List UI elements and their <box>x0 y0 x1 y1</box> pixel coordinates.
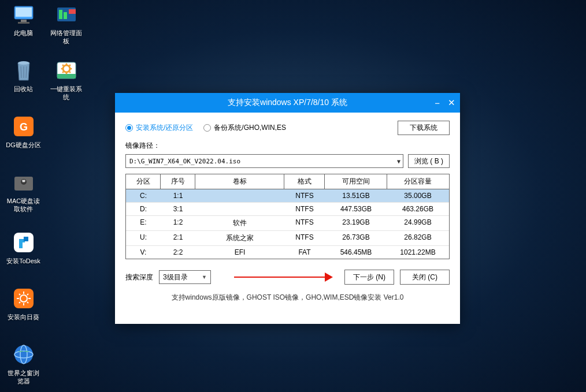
radio-backup[interactable]: 备份系统/GHO,WIN,ES <box>203 123 286 133</box>
desktop-icon-this-pc[interactable]: 此电脑 <box>5 2 42 37</box>
trash-icon <box>12 58 36 83</box>
svg-point-34 <box>65 64 67 65</box>
svg-point-38 <box>62 65 64 66</box>
sunflower-icon <box>12 286 36 311</box>
desktop-icon-network-panel[interactable]: 网络管理面板 <box>47 2 85 45</box>
svg-point-36 <box>61 68 62 70</box>
desktop-icon-recycle-bin[interactable]: 回收站 <box>5 58 42 93</box>
installer-window: 支持安装windows XP/7/8/10 系统 − ✕ 安装系统/还原分区 备… <box>115 93 460 324</box>
svg-rect-32 <box>57 74 76 79</box>
svg-rect-29 <box>64 12 67 19</box>
monitor-icon <box>12 2 36 27</box>
svg-line-21 <box>27 302 28 303</box>
svg-point-37 <box>70 68 72 70</box>
close-icon[interactable]: ✕ <box>448 98 455 108</box>
globe-icon <box>12 342 36 367</box>
browse-button[interactable]: 浏览 ( B ) <box>408 154 450 168</box>
svg-line-22 <box>19 302 20 303</box>
dg-icon: G <box>12 114 36 139</box>
svg-line-23 <box>27 294 28 295</box>
gear-box-icon <box>54 58 79 83</box>
desktop-icon-todesk[interactable]: 安装ToDesk <box>5 230 42 265</box>
titlebar[interactable]: 支持安装windows XP/7/8/10 系统 − ✕ <box>115 93 460 113</box>
svg-rect-13 <box>24 237 28 241</box>
search-depth-label: 搜索深度 <box>125 272 153 282</box>
svg-rect-30 <box>69 9 76 14</box>
svg-rect-1 <box>16 8 32 17</box>
svg-text:G: G <box>19 121 27 133</box>
svg-point-24 <box>14 345 33 364</box>
network-panel-icon <box>54 2 79 27</box>
next-button[interactable]: 下一步 (N) <box>344 270 394 285</box>
radio-install-restore[interactable]: 安装系统/还原分区 <box>125 123 193 133</box>
desktop-icon-world-browser[interactable]: 世界之窗浏览器 <box>5 342 42 385</box>
chevron-down-icon: ▼ <box>202 274 207 280</box>
table-header: 分区 序号 卷标 格式 可用空间 分区容量 <box>126 174 449 189</box>
desktop-icon-reinstall[interactable]: 一键重装系统 <box>47 58 85 101</box>
svg-rect-28 <box>59 10 62 19</box>
svg-point-39 <box>69 65 71 66</box>
table-row[interactable]: C:1:1NTFS13.51GB35.00GB <box>126 189 449 203</box>
table-row[interactable]: D:3:1NTFS447.53GB463.26GB <box>126 203 449 216</box>
window-title: 支持安装windows XP/7/8/10 系统 <box>228 98 347 108</box>
desktop-icon-dg-partition[interactable]: G DG硬盘分区 <box>5 114 42 149</box>
table-row[interactable]: V:2:2EFIFAT546.45MB1021.22MB <box>126 246 449 259</box>
radio-icon <box>203 124 211 132</box>
download-system-button[interactable]: 下载系统 <box>398 121 450 135</box>
minimize-icon[interactable]: − <box>435 98 440 108</box>
svg-rect-2 <box>21 20 27 22</box>
arrow-annotation <box>217 270 339 284</box>
svg-rect-3 <box>18 22 29 24</box>
radio-icon <box>125 124 133 132</box>
table-row[interactable]: E:1:2软件NTFS23.19GB24.99GB <box>126 216 449 231</box>
desktop-icon-mac-disk[interactable]: MAC硬盘读取软件 <box>5 170 42 213</box>
close-button[interactable]: 关闭 (C) <box>400 270 450 285</box>
svg-point-35 <box>65 73 67 74</box>
svg-point-41 <box>69 72 71 73</box>
search-depth-select[interactable]: 3级目录 ▼ <box>159 270 211 284</box>
mac-disk-icon <box>12 170 36 195</box>
image-path-label: 镜像路径： <box>125 141 450 151</box>
footer-text: 支持windows原版镜像，GHOST ISO镜像，GHO,WIM,ESD镜像安… <box>125 293 450 303</box>
svg-point-40 <box>62 72 64 73</box>
svg-line-20 <box>19 294 20 295</box>
image-path-combo[interactable]: D:\G_WIN7_X64_OK_V2022.04.iso ▼ <box>125 154 403 168</box>
todesk-icon <box>12 230 36 255</box>
table-row[interactable]: U:2:1系统之家NTFS26.73GB26.82GB <box>126 231 449 246</box>
svg-point-4 <box>18 61 29 65</box>
desktop-icon-sunflower[interactable]: 安装向日葵 <box>5 286 42 321</box>
partition-table: 分区 序号 卷标 格式 可用空间 分区容量 C:1:1NTFS13.51GB35… <box>125 174 450 259</box>
chevron-down-icon: ▼ <box>397 158 400 165</box>
